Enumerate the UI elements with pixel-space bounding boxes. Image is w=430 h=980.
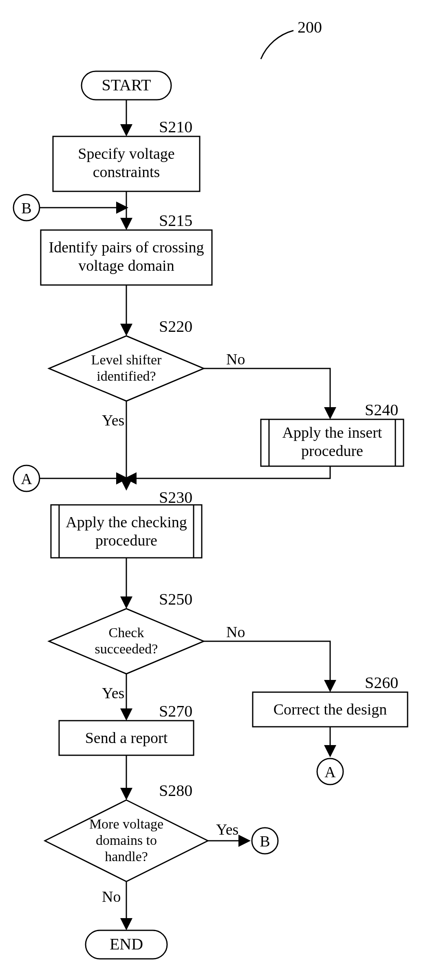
label-s250-yes: Yes	[102, 684, 124, 702]
edge-s240-merge	[126, 466, 330, 478]
step-id-s250: S250	[159, 590, 192, 608]
step-id-s215: S215	[159, 211, 192, 230]
box-s215-l2: voltage domain	[78, 257, 174, 274]
label-s220-yes: Yes	[102, 412, 124, 429]
decision-s250-l2: succeeded?	[95, 641, 158, 656]
decision-s220-l1: Level shifter	[91, 352, 162, 367]
label-s220-no: No	[226, 351, 245, 368]
label-s280-no: No	[102, 888, 121, 905]
box-s230-l2: procedure	[95, 532, 157, 549]
connector-a-out-text: A	[324, 763, 336, 780]
decision-s280-l2: domains to	[96, 833, 157, 848]
figure-ref-label: 200	[298, 18, 322, 36]
box-s210-l2: constraints	[93, 163, 160, 180]
decision-s250-l1: Check	[109, 625, 144, 640]
box-s240-l1: Apply the insert	[282, 424, 382, 441]
decision-s220-l2: identified?	[97, 368, 156, 384]
box-s230	[51, 505, 202, 558]
label-s280-yes: Yes	[216, 821, 238, 838]
step-id-s280: S280	[159, 781, 192, 800]
flowchart-svg: 200 START S210 Specify voltage constrain…	[0, 0, 430, 980]
box-s210-l1: Specify voltage	[78, 145, 174, 162]
connector-a-in-text: A	[21, 470, 32, 487]
step-id-s270: S270	[159, 702, 192, 720]
step-id-s210: S210	[159, 118, 192, 136]
edge-s250-s260	[204, 641, 330, 690]
box-s270-text: Send a report	[85, 729, 168, 746]
step-id-s220: S220	[159, 317, 192, 335]
figure-ref-arc	[261, 31, 293, 59]
step-id-s240: S240	[365, 401, 398, 419]
label-s250-no: No	[226, 623, 245, 640]
edge-s220-s240	[204, 368, 330, 417]
box-s215-l1: Identify pairs of crossing	[49, 239, 204, 256]
step-id-s230: S230	[159, 488, 192, 506]
step-id-s260: S260	[365, 673, 398, 692]
box-s230-l1: Apply the checking	[66, 513, 187, 531]
terminator-end-text: END	[110, 935, 143, 953]
connector-b-in-text: B	[21, 200, 31, 217]
decision-s280-l1: More voltage	[89, 816, 163, 831]
box-s240-l2: procedure	[301, 442, 363, 459]
terminator-start-text: START	[101, 76, 151, 94]
decision-s280-l3: handle?	[105, 849, 148, 864]
connector-b-out-text: B	[260, 833, 270, 850]
box-s260-text: Correct the design	[273, 701, 387, 718]
